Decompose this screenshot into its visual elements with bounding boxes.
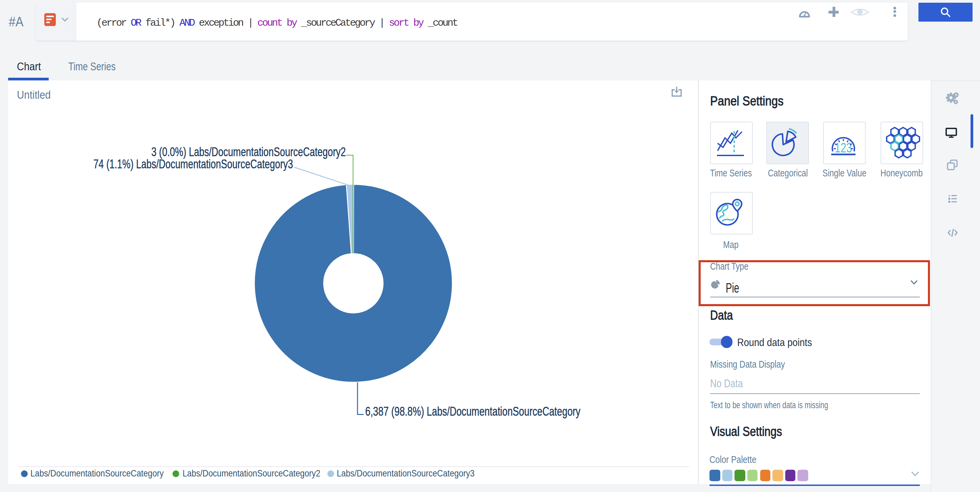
svg-text:123: 123 [835,140,852,156]
